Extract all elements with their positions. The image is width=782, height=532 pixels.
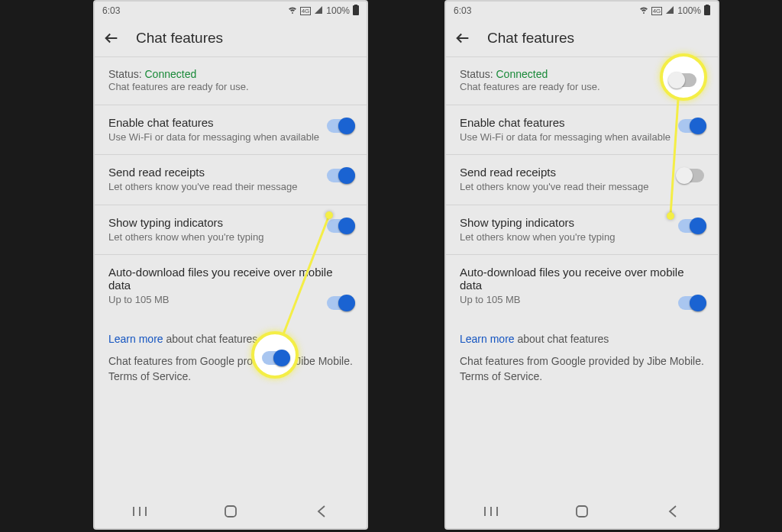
- toggle-typing[interactable]: [678, 219, 704, 233]
- header: Chat features: [446, 20, 718, 56]
- battery-percent: 100%: [326, 5, 350, 16]
- callout-ring: [251, 331, 299, 379]
- row-sub: Up to 105 MB: [460, 293, 521, 307]
- toggle-enable-chat[interactable]: [327, 119, 353, 133]
- svg-rect-5: [706, 5, 709, 6]
- nav-bar: [446, 495, 718, 528]
- learn-more-link[interactable]: Learn more: [460, 333, 515, 345]
- learn-more-link[interactable]: Learn more: [108, 333, 163, 345]
- learn-more-line: Learn more about chat features: [446, 321, 718, 351]
- callout-ring: [660, 53, 707, 101]
- toggle-enable-chat[interactable]: [678, 119, 704, 133]
- toggle-typing[interactable]: [327, 219, 353, 233]
- row-auto-download[interactable]: Auto-download files you receive over mob…: [446, 254, 718, 321]
- signal-icon: [665, 5, 674, 17]
- status-bar: 6:03 4G 100%: [446, 2, 718, 20]
- row-title: Enable chat features: [108, 116, 319, 129]
- row-enable-chat[interactable]: Enable chat features Use Wi-Fi or data f…: [446, 105, 718, 155]
- status-bar: 6:03 4G 100%: [95, 2, 367, 20]
- screenshot-right: 6:03 4G 100% Chat features: [444, 0, 719, 530]
- row-sub: Use Wi-Fi or data for messaging when ava…: [460, 131, 671, 144]
- callout-toggle-off: [671, 73, 696, 87]
- status-value: Connected: [144, 68, 196, 80]
- nav-recents-icon[interactable]: [124, 502, 155, 521]
- row-title: Show typing indicators: [460, 216, 671, 229]
- row-title: Send read receipts: [108, 166, 319, 179]
- row-sub: Up to 105 MB: [108, 293, 170, 307]
- learn-more-rest: about chat features: [515, 333, 609, 345]
- back-arrow-icon[interactable]: [454, 29, 472, 47]
- status-label: Status:: [108, 68, 142, 80]
- nav-home-icon[interactable]: [567, 502, 597, 521]
- svg-rect-0: [353, 5, 359, 15]
- learn-more-line: Learn more about chat features: [95, 321, 367, 351]
- toggle-read-receipts[interactable]: [327, 169, 353, 182]
- svg-rect-1: [354, 5, 357, 6]
- page-title: Chat features: [487, 30, 574, 47]
- callout-toggle-on: [262, 351, 288, 365]
- row-sub: Use Wi-Fi or data for messaging when ava…: [108, 131, 319, 144]
- row-title: Auto-download files you receive over mob…: [108, 266, 353, 292]
- status-section: Status: Connected Chat features are read…: [95, 56, 367, 105]
- row-typing-indicators[interactable]: Show typing indicators Let others know w…: [446, 205, 718, 255]
- nav-home-icon[interactable]: [215, 502, 246, 521]
- page-title: Chat features: [136, 30, 223, 47]
- status-indicators: 4G 100%: [288, 5, 359, 18]
- screenshot-left: 6:03 4G 100% Chat features: [93, 0, 368, 530]
- row-sub: Let others know you've read their messag…: [460, 180, 671, 194]
- row-title: Enable chat features: [460, 116, 671, 129]
- footer-text: Chat features from Google provided by Ji…: [95, 351, 367, 396]
- battery-icon: [704, 5, 710, 18]
- row-title: Auto-download files you receive over mob…: [460, 266, 704, 292]
- row-read-receipts[interactable]: Send read receipts Let others know you'v…: [95, 154, 367, 205]
- nav-recents-icon[interactable]: [476, 502, 506, 521]
- callout-dot: [667, 212, 674, 220]
- battery-percent: 100%: [677, 5, 701, 16]
- row-auto-download[interactable]: Auto-download files you receive over mob…: [95, 254, 367, 321]
- wifi-icon: [288, 5, 297, 17]
- row-sub: Let others know when you're typing: [460, 231, 671, 244]
- row-sub: Let others know when you're typing: [108, 231, 319, 244]
- toggle-read-receipts[interactable]: [678, 169, 704, 182]
- battery-icon: [353, 5, 359, 18]
- lte-icon: 4G: [300, 7, 312, 15]
- toggle-auto-download[interactable]: [327, 296, 353, 310]
- row-sub: Let others know you've read their messag…: [108, 180, 319, 194]
- signal-icon: [314, 5, 323, 17]
- learn-more-rest: about chat features: [163, 333, 258, 345]
- status-indicators: 4G 100%: [639, 5, 710, 18]
- status-value: Connected: [496, 68, 548, 80]
- svg-rect-6: [577, 506, 587, 517]
- toggle-auto-download[interactable]: [678, 296, 704, 310]
- nav-bar: [95, 495, 367, 528]
- nav-back-icon[interactable]: [306, 502, 337, 521]
- row-title: Show typing indicators: [108, 216, 319, 229]
- status-sub: Chat features are ready for use.: [108, 80, 353, 94]
- row-enable-chat[interactable]: Enable chat features Use Wi-Fi or data f…: [95, 105, 367, 155]
- svg-rect-4: [704, 5, 710, 15]
- row-read-receipts[interactable]: Send read receipts Let others know you'v…: [446, 154, 718, 205]
- row-title: Send read receipts: [460, 166, 671, 179]
- callout-dot: [325, 211, 333, 219]
- clock: 6:03: [102, 5, 120, 16]
- lte-icon: 4G: [651, 7, 663, 15]
- nav-back-icon[interactable]: [658, 502, 688, 521]
- back-arrow-icon[interactable]: [102, 29, 121, 47]
- status-label: Status:: [460, 68, 493, 80]
- svg-rect-2: [225, 506, 236, 517]
- header: Chat features: [95, 20, 367, 56]
- footer-text: Chat features from Google provided by Ji…: [446, 351, 718, 396]
- wifi-icon: [639, 5, 648, 17]
- clock: 6:03: [454, 5, 471, 16]
